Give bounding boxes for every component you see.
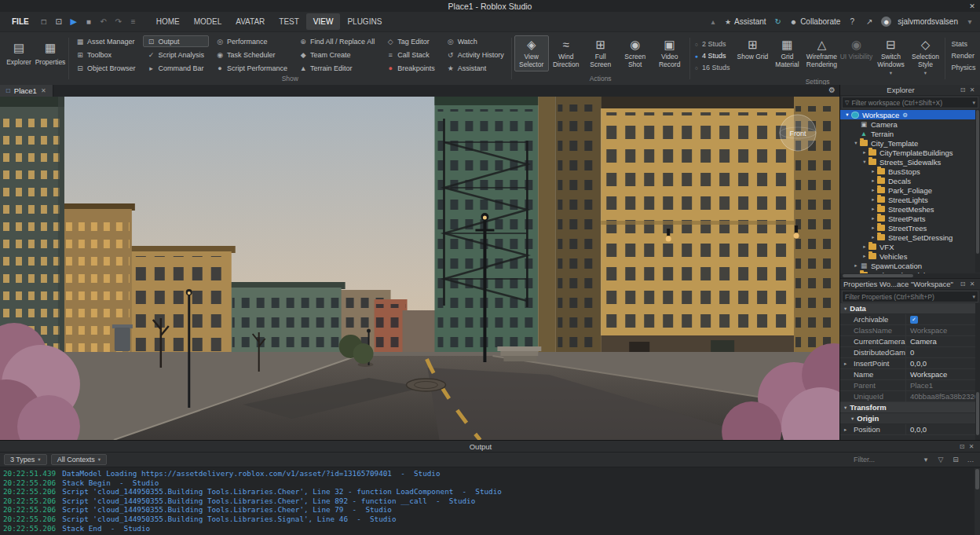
tree-item-vfx[interactable]: ▸ VFX bbox=[840, 242, 980, 251]
contexts-filter-dropdown[interactable]: All Contexts ▾ bbox=[51, 454, 107, 465]
collapse-ribbon-icon[interactable]: ▴ bbox=[708, 17, 719, 26]
3d-viewport[interactable]: Front bbox=[0, 97, 839, 440]
section-transform[interactable]: ▾ Transform bbox=[840, 402, 980, 413]
chevron-right-icon[interactable]: ▸ bbox=[852, 262, 860, 269]
stud-option-2[interactable]: ○2 Studs bbox=[695, 38, 730, 49]
explorer-vertical-scrollbar[interactable] bbox=[975, 109, 980, 273]
share-icon[interactable]: ↗ bbox=[864, 17, 875, 26]
float-panel-icon[interactable]: ⊡ bbox=[958, 86, 967, 93]
close-panel-icon[interactable]: ✕ bbox=[967, 280, 977, 288]
stud-option-4[interactable]: ●4 Studs bbox=[695, 50, 730, 61]
show-item-find-all[interactable]: ⊕Find All / Replace All bbox=[294, 35, 379, 47]
show-item-output[interactable]: ⊡Output bbox=[143, 35, 210, 47]
scroll-lock-icon[interactable]: ⊟ bbox=[950, 456, 961, 464]
show-item-watch[interactable]: ◎Watch bbox=[442, 35, 509, 47]
stop-icon[interactable]: ■ bbox=[83, 17, 94, 26]
show-item-activity-history[interactable]: ↺Activity History bbox=[442, 49, 509, 60]
chevron-down-icon[interactable]: ▾ bbox=[861, 159, 868, 165]
more-options-icon[interactable]: … bbox=[965, 456, 976, 464]
stats-item-physics[interactable]: Physics bbox=[951, 62, 975, 73]
tree-item-camera[interactable]: ▣ Camera bbox=[840, 119, 980, 129]
wireframe-rendering-button[interactable]: △ Wireframe Rendering bbox=[804, 35, 839, 71]
archivable-checkbox[interactable]: ✓ bbox=[910, 316, 918, 324]
properties-filter-input[interactable] bbox=[845, 293, 970, 301]
tree-item-streetlights[interactable]: ▸ StreetLights bbox=[840, 195, 980, 204]
window-close-icon[interactable]: ✕ bbox=[964, 0, 980, 12]
show-item-script-analysis[interactable]: ✓Script Analysis bbox=[143, 49, 210, 60]
screen-shot-button[interactable]: ◉ Screen Shot bbox=[618, 35, 653, 71]
chevron-right-icon[interactable]: ▸ bbox=[869, 225, 877, 231]
chevron-right-icon[interactable]: ▸ bbox=[869, 234, 877, 240]
float-panel-icon[interactable]: ⊡ bbox=[957, 443, 967, 450]
wind-direction-button[interactable]: ≈ Wind Direction bbox=[549, 35, 583, 71]
tree-item-streetmeshes[interactable]: ▸ StreetMeshes bbox=[840, 204, 980, 214]
types-filter-dropdown[interactable]: 3 Types ▾ bbox=[4, 454, 47, 465]
assistant-button[interactable]: ★ Assistant bbox=[725, 17, 766, 26]
properties-vertical-scrollbar[interactable] bbox=[975, 303, 980, 440]
show-grid-button[interactable]: ⊞ Show Grid bbox=[735, 35, 770, 64]
explorer-filter-input[interactable] bbox=[851, 99, 970, 107]
switch-windows-button[interactable]: ⊟ Switch Windows ▾ bbox=[873, 35, 908, 78]
show-item-toolbox[interactable]: ⊞Toolbox bbox=[71, 49, 141, 60]
properties-button[interactable]: ▦ Properties bbox=[35, 35, 66, 70]
show-item-object-browser[interactable]: ⊟Object Browser bbox=[71, 62, 141, 74]
sync-icon[interactable]: ↻ bbox=[773, 17, 784, 26]
tab-plugins[interactable]: PLUGINS bbox=[340, 13, 389, 30]
file-menu-button[interactable]: FILE bbox=[6, 15, 35, 28]
redo-icon[interactable]: ↷ bbox=[113, 17, 124, 26]
show-item-command-bar[interactable]: ▸Command Bar bbox=[143, 62, 210, 74]
section-data[interactable]: ▾ Data bbox=[840, 303, 980, 314]
chevron-right-icon[interactable]: ▸ bbox=[869, 187, 877, 193]
quick-access-menu-icon[interactable]: ≡ bbox=[128, 17, 139, 26]
view-selector-button[interactable]: ◈ View Selector bbox=[514, 35, 549, 71]
tree-item-city-template[interactable]: ▾ City_Template bbox=[840, 138, 980, 148]
show-item-terrain-editor[interactable]: ▲Terrain Editor bbox=[294, 62, 379, 74]
open-file-icon[interactable]: ⊡ bbox=[53, 17, 64, 26]
show-item-breakpoints[interactable]: ●Breakpoints bbox=[382, 62, 440, 74]
chevron-right-icon[interactable]: ▸ bbox=[844, 361, 847, 367]
chevron-right-icon[interactable]: ▸ bbox=[869, 196, 877, 203]
tree-item-citytemplatebuildings[interactable]: ▸ CityTemplateBuildings bbox=[840, 148, 980, 157]
show-item-team-create[interactable]: ◆Team Create bbox=[294, 49, 379, 60]
username[interactable]: sjalvmordsvalsen bbox=[898, 17, 958, 26]
show-item-call-stack[interactable]: ≡Call Stack bbox=[382, 49, 440, 60]
user-avatar[interactable]: ☻ bbox=[881, 16, 891, 27]
new-file-icon[interactable]: □ bbox=[38, 17, 49, 26]
filter-caret-icon[interactable]: ▾ bbox=[920, 456, 931, 464]
tab-view[interactable]: VIEW bbox=[306, 13, 341, 30]
tree-item-street-setdressing[interactable]: ▸ Street_SetDressing bbox=[840, 233, 980, 242]
stats-item-stats[interactable]: Stats bbox=[951, 38, 975, 49]
chevron-right-icon[interactable]: ▸ bbox=[844, 427, 847, 433]
play-icon[interactable]: ▶ bbox=[68, 16, 79, 27]
full-screen-button[interactable]: ⊞ Full Screen bbox=[583, 35, 618, 71]
output-log[interactable]: 20:22:51.439DataModel Loading https://as… bbox=[0, 467, 980, 535]
tree-item-park-foliage[interactable]: ▸ Park_Foliage bbox=[840, 185, 980, 195]
filter-caret-icon[interactable]: ▾ bbox=[972, 100, 975, 106]
chevron-right-icon[interactable]: ▸ bbox=[869, 215, 877, 222]
close-tab-icon[interactable]: ✕ bbox=[41, 87, 46, 94]
filter-caret-icon[interactable]: ▾ bbox=[972, 294, 975, 300]
tab-model[interactable]: MODEL bbox=[187, 13, 229, 30]
chevron-right-icon[interactable]: ▸ bbox=[861, 253, 868, 259]
show-item-tag-editor[interactable]: ◇Tag Editor bbox=[382, 35, 440, 47]
output-vertical-scrollbar[interactable] bbox=[975, 468, 980, 535]
tree-item-streets-sidewalks[interactable]: ▾ Streets_Sidewalks bbox=[840, 157, 980, 167]
chevron-down-icon[interactable]: ▾ bbox=[852, 140, 860, 146]
user-menu-caret-icon[interactable]: ▾ bbox=[964, 17, 975, 26]
undo-icon[interactable]: ↶ bbox=[98, 17, 109, 26]
show-item-asset-manager[interactable]: ▦Asset Manager bbox=[71, 35, 141, 47]
video-record-button[interactable]: ▣ Video Record bbox=[653, 35, 687, 71]
show-item-task-scheduler[interactable]: ◉Task Scheduler bbox=[211, 49, 292, 60]
viewport-settings-gear-icon[interactable]: ⚙ bbox=[828, 86, 836, 94]
tree-item-terrain[interactable]: ▲ Terrain bbox=[840, 129, 980, 138]
tree-item-vehicles[interactable]: ▸ Vehicles bbox=[840, 251, 980, 261]
show-item-script-performance[interactable]: ●Script Performance bbox=[211, 62, 292, 74]
tab-test[interactable]: TEST bbox=[272, 13, 306, 30]
chevron-right-icon[interactable]: ▸ bbox=[869, 178, 877, 184]
explorer-horizontal-scrollbar[interactable] bbox=[840, 273, 980, 278]
tree-item-streettrees[interactable]: ▸ StreetTrees bbox=[840, 223, 980, 233]
output-filter-input[interactable] bbox=[854, 456, 916, 464]
tree-item-spawnlocation[interactable]: ▸ ▦ SpawnLocation bbox=[840, 261, 980, 270]
stats-item-render[interactable]: Render bbox=[951, 50, 975, 61]
grid-material-button[interactable]: ▦ Grid Material bbox=[770, 35, 804, 71]
